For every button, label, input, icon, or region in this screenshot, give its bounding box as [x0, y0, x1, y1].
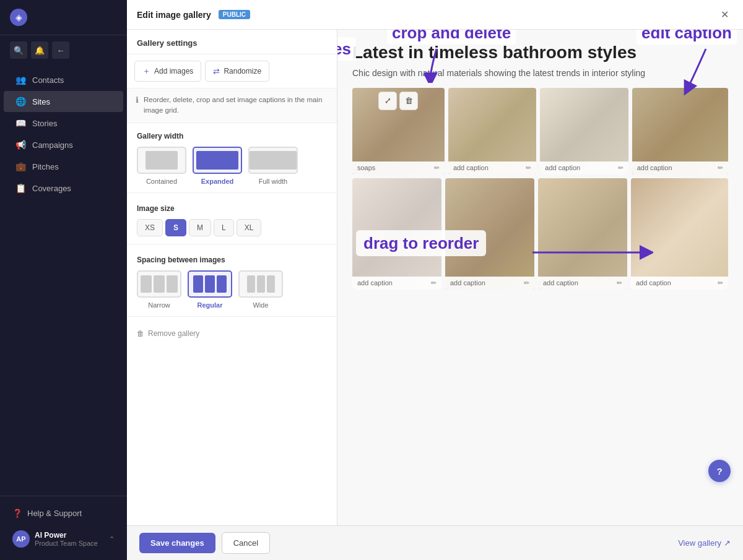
- edit-caption-icon-2[interactable]: ✏: [526, 164, 531, 172]
- image-cell-4[interactable]: add caption ✏: [632, 88, 728, 174]
- image-caption-4: add caption ✏: [632, 162, 728, 174]
- topbar-badge: PUBLIC: [219, 10, 250, 19]
- sidebar-user[interactable]: AP AI Power Product Team Space ⌃: [6, 525, 121, 553]
- edit-caption-icon-1[interactable]: ✏: [434, 164, 440, 172]
- spacing-regular[interactable]: Regular: [188, 270, 232, 309]
- delete-button-1[interactable]: 🗑: [399, 92, 418, 110]
- full-vis: [250, 151, 297, 170]
- notification-icon[interactable]: 🔔: [31, 41, 48, 59]
- image-size-label: Image size: [137, 204, 327, 213]
- divider-1: [127, 192, 337, 193]
- width-option-contained[interactable]: Contained: [137, 147, 186, 185]
- image-cell-7[interactable]: add caption ✏: [538, 178, 627, 290]
- size-m-button[interactable]: M: [189, 219, 211, 236]
- sidebar-item-campaigns[interactable]: 📢 Campaigns: [4, 134, 123, 155]
- edit-caption-icon-5[interactable]: ✏: [431, 279, 437, 287]
- spacing-section: Spacing between images Narrow: [127, 247, 337, 314]
- help-icon: ❓: [12, 509, 22, 518]
- image-caption-6: add caption ✏: [445, 277, 534, 290]
- panel-info: ℹ Reorder, delete, crop and set image ca…: [127, 88, 337, 123]
- app-logo-icon: ◈: [10, 9, 27, 26]
- image-caption-5: add caption ✏: [352, 277, 441, 290]
- spacing-narrow[interactable]: Narrow: [137, 270, 181, 309]
- add-images-label: Add images: [154, 67, 193, 75]
- caption-text-5: add caption: [357, 279, 428, 286]
- size-s-button[interactable]: S: [165, 219, 186, 236]
- panel-info-text: Reorder, delete, crop and set image capt…: [144, 95, 328, 116]
- sidebar-item-coverages[interactable]: 📋 Coverages: [4, 178, 123, 199]
- image-cell-3[interactable]: add caption ✏: [540, 88, 628, 174]
- content-area: Gallery settings ＋ Add images ⇄ Randomiz…: [127, 30, 743, 525]
- sidebar-user-team: Product Team Space: [35, 540, 104, 547]
- narrow-cell-2: [154, 275, 165, 293]
- edit-caption-icon-4[interactable]: ✏: [718, 164, 723, 172]
- randomize-button[interactable]: ⇄ Randomize: [205, 61, 269, 82]
- sidebar-item-sites[interactable]: 🌐 Sites: [4, 91, 123, 112]
- sidebar-item-contacts[interactable]: 👥 Contacts: [4, 69, 123, 90]
- sidebar-help-label: Help & Support: [27, 509, 82, 518]
- pitches-icon: 💼: [15, 162, 26, 171]
- randomize-label: Randomize: [224, 67, 261, 75]
- width-options: Contained Expanded Full width: [137, 147, 327, 185]
- avatar: AP: [12, 530, 30, 548]
- caption-text-7: add caption: [543, 279, 614, 286]
- bottom-bar: Save changes Cancel View gallery ↗: [127, 525, 743, 560]
- view-gallery-button[interactable]: View gallery ↗: [678, 533, 731, 553]
- sidebar-item-pitches[interactable]: 💼 Pitches: [4, 156, 123, 177]
- topbar-title: Edit image gallery: [137, 10, 211, 20]
- edit-caption-icon-3[interactable]: ✏: [618, 164, 624, 172]
- help-fab-button[interactable]: ?: [708, 460, 731, 482]
- image-1-inner: ⤢ 🗑 soaps ✏: [352, 88, 445, 174]
- remove-gallery-button[interactable]: 🗑 Remove gallery: [127, 324, 337, 343]
- crop-button-1[interactable]: ⤢: [378, 92, 397, 110]
- sidebar-help-button[interactable]: ❓ Help & Support: [6, 504, 121, 523]
- image-grid-row-1: ⤢ 🗑 soaps ✏ add caption ✏: [352, 88, 728, 174]
- remove-gallery-label: Remove gallery: [148, 329, 199, 338]
- add-images-button[interactable]: ＋ Add images: [134, 61, 201, 82]
- size-l-button[interactable]: L: [214, 219, 234, 236]
- gallery-width-label: Gallery width: [137, 132, 327, 140]
- close-button[interactable]: ✕: [716, 6, 733, 24]
- image-cell-8[interactable]: add caption ✏: [631, 178, 728, 290]
- caption-text-4: add caption: [637, 164, 715, 171]
- image-cell-2[interactable]: add caption ✏: [448, 88, 536, 174]
- save-changes-button[interactable]: Save changes: [139, 533, 215, 553]
- spacing-wide[interactable]: Wide: [238, 270, 283, 309]
- width-option-expanded[interactable]: Expanded: [193, 147, 242, 185]
- back-icon[interactable]: ←: [52, 41, 69, 59]
- image-8-inner: add caption ✏: [631, 178, 728, 290]
- edit-caption-icon-8[interactable]: ✏: [718, 279, 723, 287]
- sidebar-item-stories[interactable]: 📖 Stories: [4, 113, 123, 134]
- image-4-inner: add caption ✏: [632, 88, 728, 174]
- full-label: Full width: [259, 178, 287, 185]
- width-option-full[interactable]: Full width: [248, 147, 298, 185]
- spacing-label: Spacing between images: [137, 256, 327, 264]
- edit-caption-icon-6[interactable]: ✏: [524, 279, 529, 287]
- gallery-title[interactable]: Latest in timeless bathroom styles: [352, 42, 728, 63]
- gallery-description[interactable]: Chic design with natural materials showi…: [352, 68, 728, 78]
- wide-cell-3: [267, 275, 275, 293]
- wide-cell-1: [247, 275, 255, 293]
- size-xs-button[interactable]: XS: [137, 219, 163, 236]
- size-xl-button[interactable]: XL: [237, 219, 262, 236]
- regular-cell-2: [205, 275, 215, 293]
- sidebar-logo: ◈: [0, 0, 127, 35]
- image-cell-1[interactable]: ⤢ 🗑 soaps ✏: [352, 88, 445, 174]
- contained-vis: [146, 151, 178, 170]
- panel-actions: ＋ Add images ⇄ Randomize: [127, 54, 337, 88]
- image-1-actions: ⤢ 🗑: [378, 92, 418, 110]
- cancel-button[interactable]: Cancel: [222, 532, 270, 554]
- contained-preview: [137, 147, 186, 174]
- edit-caption-icon-7[interactable]: ✏: [617, 279, 622, 287]
- full-preview: [248, 147, 298, 174]
- image-cell-5[interactable]: add caption ✏: [352, 178, 441, 290]
- regular-label: Regular: [198, 301, 223, 309]
- regular-cell-3: [217, 275, 227, 293]
- image-cell-6[interactable]: add caption ✏: [445, 178, 534, 290]
- expanded-preview: [193, 147, 242, 174]
- sidebar-item-contacts-label: Contacts: [32, 75, 64, 85]
- topbar: Edit image gallery PUBLIC ✕: [127, 0, 743, 30]
- search-icon[interactable]: 🔍: [10, 41, 27, 59]
- image-size-section: Image size XS S M L XL: [127, 196, 337, 241]
- edit-caption-annotation: edit caption: [637, 30, 737, 43]
